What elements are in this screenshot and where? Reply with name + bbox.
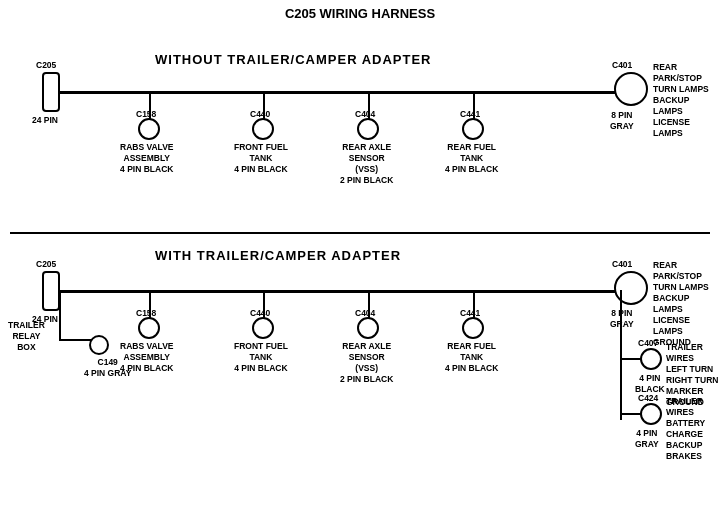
c441-bot-label: C441 [460, 308, 480, 319]
c441-bot-sublabel: REAR FUELTANK4 PIN BLACK [445, 341, 498, 374]
top-section-label: WITHOUT TRAILER/CAMPER ADAPTER [155, 52, 432, 67]
c407-hline [621, 358, 641, 360]
c149-connector [89, 335, 109, 355]
page-title: C205 WIRING HARNESS [0, 6, 720, 21]
bottom-main-hline [58, 290, 630, 293]
top-main-hline [58, 91, 630, 94]
c424-label: C424 [638, 393, 658, 404]
c158-bot-connector [138, 317, 160, 339]
bottom-section-label: WITH TRAILER/CAMPER ADAPTER [155, 248, 401, 263]
c424-hline [621, 413, 641, 415]
c404-bot-sublabel: REAR AXLESENSOR(VSS)2 PIN BLACK [340, 341, 393, 385]
c158-bot-label: C158 [136, 308, 156, 319]
c407-connector [640, 348, 662, 370]
c441-bot-connector [462, 317, 484, 339]
c401-bot-label: C401 [612, 259, 632, 270]
right-branch-vline [620, 290, 622, 420]
c440-bot-connector [252, 317, 274, 339]
c440-top-label: C440 [250, 109, 270, 120]
c158-top-sublabel: RABS VALVEASSEMBLY4 PIN BLACK [120, 142, 174, 175]
c424-sublabel: 4 PINGRAY [635, 428, 659, 450]
c205-bot-connector [42, 271, 60, 311]
c441-top-connector [462, 118, 484, 140]
c158-bot-sublabel: RABS VALVEASSEMBLY4 PIN BLACK [120, 341, 174, 374]
c440-top-connector [252, 118, 274, 140]
c424-connector [640, 403, 662, 425]
c401-top-label: C401 [612, 60, 632, 71]
c424-right-label: TRAILER WIRESBATTERY CHARGEBACKUPBRAKES [666, 396, 720, 462]
c404-bot-label: C404 [355, 308, 375, 319]
c441-top-label: C441 [460, 109, 480, 120]
c205-bot-label: C205 [36, 259, 56, 270]
c158-top-label: C158 [136, 109, 156, 120]
c440-top-sublabel: FRONT FUELTANK4 PIN BLACK [234, 142, 288, 175]
c407-sublabel: 4 PINBLACK [635, 373, 665, 395]
c205-top-connector [42, 72, 60, 112]
c440-bot-sublabel: FRONT FUELTANK4 PIN BLACK [234, 341, 288, 374]
c404-top-label: C404 [355, 109, 375, 120]
c404-bot-connector [357, 317, 379, 339]
c441-top-sublabel: REAR FUELTANK4 PIN BLACK [445, 142, 498, 175]
c205-top-sublabel: 24 PIN [32, 115, 58, 126]
section-divider [10, 232, 710, 234]
c401-top-sublabel: 8 PINGRAY [610, 110, 634, 132]
c404-top-sublabel: REAR AXLESENSOR(VSS)2 PIN BLACK [340, 142, 393, 186]
c401-bot-right-label: REAR PARK/STOPTURN LAMPSBACKUP LAMPSLICE… [653, 260, 720, 348]
trailer-relay-vline [59, 290, 61, 340]
c407-label: C407 [638, 338, 658, 349]
c401-top-connector [614, 72, 648, 106]
c401-top-right-label: REAR PARK/STOPTURN LAMPSBACKUP LAMPSLICE… [653, 62, 720, 139]
c205-top-label: C205 [36, 60, 56, 71]
trailer-relay-label: TRAILERRELAYBOX [8, 320, 45, 353]
c440-bot-label: C440 [250, 308, 270, 319]
c404-top-connector [357, 118, 379, 140]
c158-top-connector [138, 118, 160, 140]
